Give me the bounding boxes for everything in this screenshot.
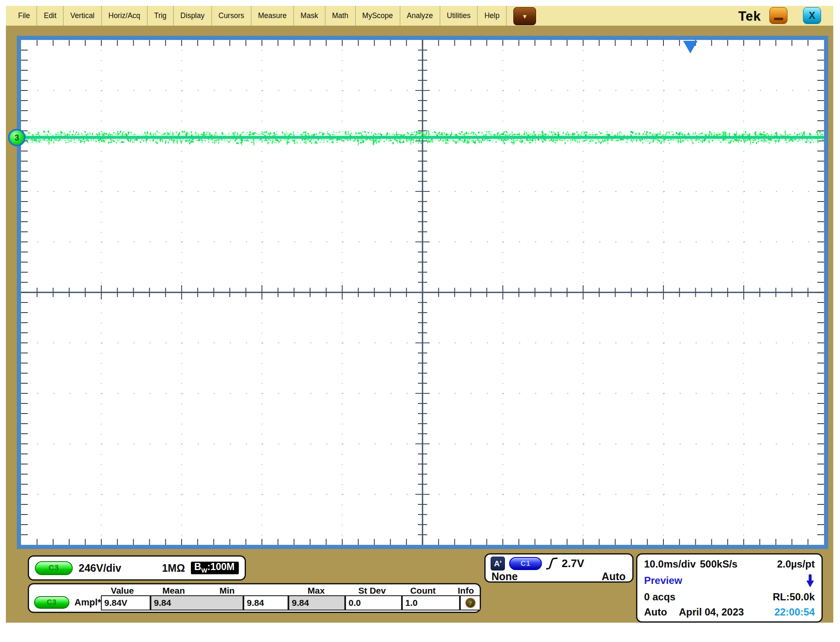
trigger-settings-line: A' C1 2.7V bbox=[491, 557, 626, 570]
close-button[interactable]: X bbox=[803, 7, 821, 24]
time-display: 22:00:54 bbox=[774, 606, 815, 618]
rising-edge-icon bbox=[546, 557, 557, 570]
measurement-value-cell: 9.84V bbox=[101, 595, 151, 610]
menu-item-measure[interactable]: Measure bbox=[251, 6, 294, 26]
date-display: April 04, 2023 bbox=[679, 606, 744, 618]
menu-item-trig[interactable]: Trig bbox=[148, 6, 174, 26]
record-line: 0 acqs RL:50.0k bbox=[644, 591, 815, 603]
measurement-info-cell[interactable]: ? bbox=[460, 595, 481, 610]
measurement-panel: Value Mean Min Max St Dev Count Info C3 … bbox=[28, 583, 481, 613]
arrow-down-icon bbox=[806, 573, 815, 588]
waveform-display bbox=[17, 36, 828, 549]
input-impedance: 1MΩ bbox=[162, 562, 185, 574]
oscilloscope-window: File Edit Vertical Horiz/Acq Trig Displa… bbox=[6, 6, 833, 623]
menu-items: File Edit Vertical Horiz/Acq Trig Displa… bbox=[6, 6, 507, 26]
column-header-mean: Mean bbox=[162, 586, 185, 596]
measurement-stdev-cell: 0.0 bbox=[345, 595, 402, 610]
column-header-stdev: St Dev bbox=[358, 586, 386, 596]
measurement-channel-badge[interactable]: C3 bbox=[34, 596, 69, 609]
acquisition-status-line: Preview bbox=[644, 573, 815, 588]
menu-item-vertical[interactable]: Vertical bbox=[63, 6, 101, 26]
measurement-min-cell: 9.84 bbox=[243, 595, 288, 610]
trigger-mode-line: None Auto bbox=[491, 570, 626, 584]
trigger-mode: Auto bbox=[602, 570, 626, 583]
measurement-count-cell: 1.0 bbox=[402, 595, 460, 610]
measurement-name: Ampl* bbox=[74, 597, 101, 608]
acquisition-mode: Auto bbox=[644, 606, 667, 618]
column-header-min: Min bbox=[219, 586, 235, 596]
channel-badge[interactable]: C3 bbox=[35, 561, 73, 575]
trigger-source-badge[interactable]: C1 bbox=[509, 557, 542, 570]
column-header-value: Value bbox=[111, 586, 134, 596]
column-header-count: Count bbox=[410, 586, 436, 596]
preview-status: Preview bbox=[644, 575, 682, 586]
sample-rate: 500kS/s bbox=[700, 558, 737, 570]
trigger-readout-panel[interactable]: A' C1 2.7V None Auto bbox=[484, 553, 634, 583]
menu-item-mask[interactable]: Mask bbox=[294, 6, 325, 26]
chevron-down-icon: ▼ bbox=[522, 13, 528, 20]
trigger-level: 2.7V bbox=[562, 557, 584, 570]
trigger-aux-badge: A' bbox=[491, 557, 505, 570]
menu-item-analyze[interactable]: Analyze bbox=[400, 6, 440, 26]
column-header-max: Max bbox=[308, 586, 325, 596]
channel-3-marker[interactable]: 3 bbox=[8, 129, 26, 146]
menu-item-help[interactable]: Help bbox=[478, 6, 507, 26]
menu-item-utilities[interactable]: Utilities bbox=[440, 6, 478, 26]
measurement-mean-cell: 9.84 bbox=[151, 595, 243, 610]
trigger-holdoff: None bbox=[491, 570, 518, 583]
graticule bbox=[21, 40, 824, 545]
point-rate: 2.0µs/pt bbox=[777, 558, 815, 570]
vertical-scale: 246V/div bbox=[79, 562, 121, 574]
menu-overflow-button[interactable]: ▼ bbox=[513, 7, 536, 25]
info-icon[interactable]: ? bbox=[465, 598, 475, 608]
timebase-scale-line: 10.0ms/div 500kS/s 2.0µs/pt bbox=[644, 558, 815, 570]
measurement-max-cell: 9.84 bbox=[288, 595, 345, 610]
menu-item-edit[interactable]: Edit bbox=[37, 6, 63, 26]
horizontal-scale: 10.0ms/div bbox=[644, 558, 696, 570]
menu-item-display[interactable]: Display bbox=[174, 6, 211, 26]
trigger-position-marker[interactable] bbox=[683, 41, 697, 53]
menu-item-file[interactable]: File bbox=[11, 6, 37, 26]
datetime-line: Auto April 04, 2023 22:00:54 bbox=[644, 606, 815, 618]
column-header-info: Info bbox=[458, 586, 474, 596]
waveform-trace-canvas bbox=[21, 40, 824, 545]
screenshot-root: { "window": { "brand": "Tek" }, "titleba… bbox=[0, 0, 840, 642]
minimize-button[interactable] bbox=[769, 7, 787, 24]
record-length: RL:50.0k bbox=[773, 591, 815, 603]
menu-item-cursors[interactable]: Cursors bbox=[212, 6, 251, 26]
menu-item-myscope[interactable]: MyScope bbox=[356, 6, 400, 26]
acquisition-count: 0 acqs bbox=[644, 591, 676, 603]
tek-logo: Tek bbox=[738, 9, 761, 24]
menu-bar: File Edit Vertical Horiz/Acq Trig Displa… bbox=[6, 6, 833, 26]
bandwidth-badge[interactable]: BW:100M bbox=[191, 562, 239, 575]
channel-readout-panel[interactable]: C3 246V/div 1MΩ BW:100M bbox=[28, 555, 246, 581]
menu-item-horiz-acq[interactable]: Horiz/Acq bbox=[102, 6, 148, 26]
close-icon: X bbox=[809, 10, 815, 21]
menu-item-math[interactable]: Math bbox=[325, 6, 356, 26]
minimize-icon bbox=[774, 18, 783, 20]
measurement-row-label: C3 Ampl* bbox=[34, 596, 101, 609]
timebase-readout-panel[interactable]: 10.0ms/div 500kS/s 2.0µs/pt Preview 0 ac… bbox=[636, 553, 823, 623]
